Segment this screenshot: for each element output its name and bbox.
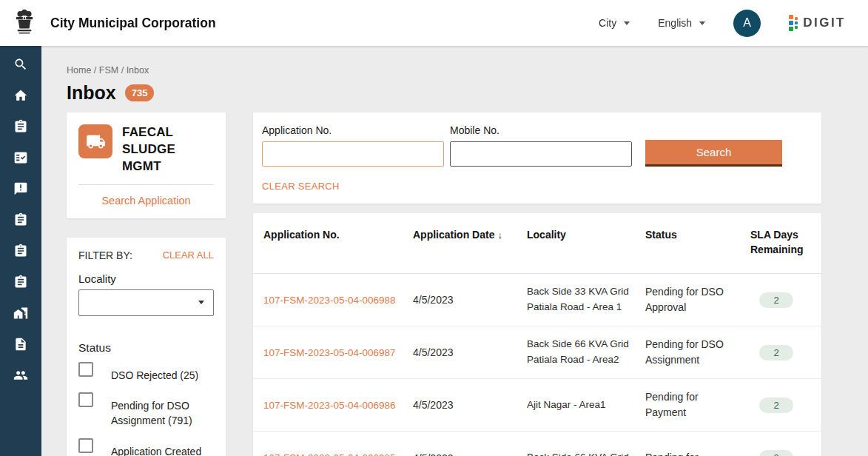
city-selector-label: City [599,17,616,29]
breadcrumb: Home / FSM / Inbox [67,65,821,76]
locality-cell: Back Side 66 KVA Grid Patiala Road - Are… [527,337,645,368]
application-date: 4/5/2023 [413,294,527,306]
application-no-input[interactable] [262,141,444,167]
avatar-initial: A [743,16,751,30]
col-header-application-date[interactable]: Application Date↓ [413,228,527,243]
header-actions: City English A DIGIT [599,10,868,37]
locality-cell: Back Side 66 KVA Grid [527,450,645,456]
col-header-locality: Locality [527,228,645,243]
col-header-application-no: Application No. [263,228,413,243]
status-option-label: Pending for DSO Assignment (791) [111,398,214,429]
city-selector[interactable]: City [599,17,630,29]
application-date: 4/5/2023 [413,346,527,358]
col-header-sla: SLA Days Remaining [750,228,814,257]
home-work-icon[interactable] [13,305,29,321]
locality-cell: Back Side 33 KVA Grid Patiala Road - Are… [527,284,645,315]
sla-days-badge: 2 [759,450,793,456]
chevron-down-icon [699,21,705,25]
breadcrumb-separator: / [94,65,96,76]
table-row: 107-FSM-2023-05-04-006985 4/5/2023 Back … [253,432,821,456]
status-option: DSO Rejected (25) [78,362,214,383]
status-filter-list: DSO Rejected (25) Pending for DSO Assign… [78,362,214,456]
fact-check-icon[interactable] [13,150,29,165]
breadcrumb-home[interactable]: Home [67,65,91,76]
col-header-application-date-label: Application Date [413,229,494,241]
status-checkbox[interactable] [78,362,93,377]
inbox-count-badge: 735 [125,84,155,101]
search-application-link[interactable]: Search Application [78,195,214,207]
truck-icon [78,124,112,158]
col-header-status: Status [645,228,750,243]
page-title: Inbox [67,82,116,104]
module-title: FAECAL SLUDGE MGMT [122,124,214,175]
digit-logo-mark-icon [789,15,798,31]
status-checkbox[interactable] [78,392,93,407]
fsm-module-card: FAECAL SLUDGE MGMT Search Application [67,113,226,218]
chevron-down-icon [624,21,630,25]
locality-select[interactable] [78,289,214,316]
status-cell: Pending for DSO Assignment [645,337,750,369]
application-no-link[interactable]: 107-FSM-2023-05-04-006987 [263,347,413,358]
table-header-row: Application No. Application Date↓ Locali… [253,213,821,274]
filter-panel: FILTER BY: CLEAR ALL Locality Status DSO… [67,238,226,456]
app-title: City Municipal Corporation [50,16,216,31]
application-no-link[interactable]: 107-FSM-2023-05-04-006986 [263,400,413,411]
status-cell: Pending for Payment [645,389,750,421]
sla-days-badge: 2 [759,292,793,308]
digit-logo-text: DIGIT [803,16,846,30]
page-title-row: Inbox 735 [67,82,821,104]
divider [78,184,214,185]
digit-logo: DIGIT [789,15,846,31]
mobile-no-input[interactable] [450,141,632,167]
sort-descending-icon: ↓ [497,229,502,241]
assignment-icon[interactable] [13,243,29,258]
sla-days-badge: 2 [759,398,793,413]
india-emblem-icon [13,7,37,39]
clear-search-link[interactable]: CLEAR SEARCH [262,181,813,192]
assignment-icon[interactable] [13,118,29,134]
table-row: 107-FSM-2023-05-04-006986 4/5/2023 Ajit … [253,379,821,432]
top-header: City Municipal Corporation City English … [0,0,868,46]
document-icon[interactable] [13,336,29,352]
language-selector[interactable]: English [658,17,705,29]
status-cell: Pending for DSO Approval [645,284,750,316]
search-icon[interactable] [13,56,29,72]
breadcrumb-inbox[interactable]: Inbox [127,65,149,76]
left-sidebar [0,46,41,456]
inbox-table: Application No. Application Date↓ Locali… [253,213,821,456]
status-cell: Pending for [645,450,750,456]
status-option-label: Application Created (983) [111,444,214,456]
search-button[interactable]: Search [645,140,782,167]
status-option: Application Created (983) [78,438,214,456]
assignment-icon[interactable] [13,212,29,227]
locality-cell: Ajit Nagar - Area1 [527,398,645,413]
search-panel: Application No. Mobile No. Search CLEAR … [253,113,821,204]
main-content: Home / FSM / Inbox Inbox 735 FAECAL SLUD… [41,46,868,456]
filter-by-label: FILTER BY: [78,249,132,261]
sla-days-badge: 2 [759,345,793,361]
application-no-label: Application No. [262,124,444,136]
announcement-icon[interactable] [13,181,29,196]
table-row: 107-FSM-2023-05-04-006988 4/5/2023 Back … [253,274,821,326]
user-avatar[interactable]: A [733,10,761,37]
language-selector-label: English [658,17,692,29]
people-icon[interactable] [13,367,29,383]
mobile-no-label: Mobile No. [450,124,632,136]
application-no-link[interactable]: 107-FSM-2023-05-04-006985 [263,452,413,456]
application-date: 4/5/2023 [413,452,527,456]
status-checkbox[interactable] [78,438,93,453]
breadcrumb-fsm[interactable]: FSM [99,65,118,76]
locality-label: Locality [78,272,214,285]
chevron-down-icon [198,301,204,304]
home-icon[interactable] [13,87,29,103]
table-row: 107-FSM-2023-05-04-006987 4/5/2023 Back … [253,326,821,379]
status-option-label: DSO Rejected (25) [111,368,198,383]
assignment-icon[interactable] [13,274,29,289]
application-date: 4/5/2023 [413,399,527,411]
breadcrumb-separator: / [121,65,124,76]
clear-all-link[interactable]: CLEAR ALL [163,249,214,261]
status-filter-label: Status [78,341,214,355]
status-option: Pending for DSO Assignment (791) [78,392,214,429]
application-no-link[interactable]: 107-FSM-2023-05-04-006988 [263,295,413,306]
